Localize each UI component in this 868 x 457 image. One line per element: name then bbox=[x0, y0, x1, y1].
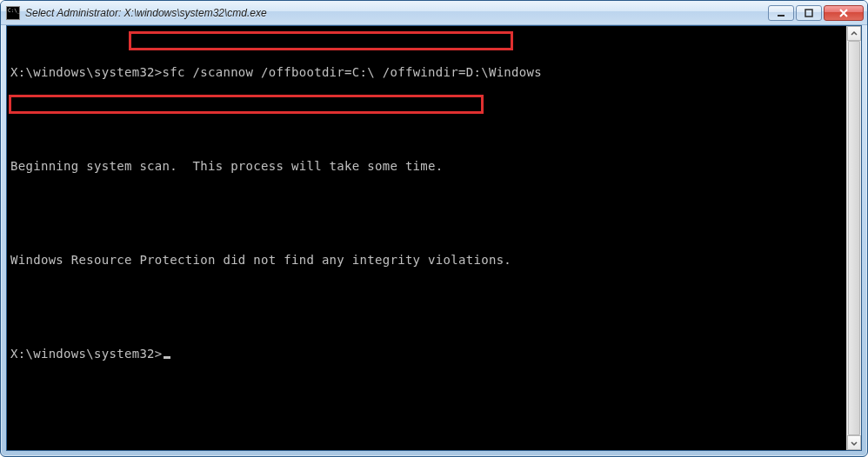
window-title: Select Administrator: X:\windows\system3… bbox=[25, 7, 768, 19]
close-icon bbox=[838, 9, 849, 17]
scan-begin-text: Beginning system scan. This process will… bbox=[10, 158, 843, 174]
client-area: X:\windows\system32>sfc /scannow /offboo… bbox=[6, 25, 862, 451]
chevron-up-icon bbox=[851, 30, 858, 37]
minimize-button[interactable] bbox=[768, 5, 794, 21]
minimize-icon bbox=[777, 9, 785, 17]
vertical-scrollbar[interactable] bbox=[846, 26, 861, 450]
maximize-button[interactable] bbox=[796, 5, 822, 21]
prompt-text: X:\windows\system32> bbox=[10, 347, 163, 361]
cursor bbox=[164, 356, 170, 359]
close-button[interactable] bbox=[824, 5, 864, 21]
prompt-text: X:\windows\system32> bbox=[10, 65, 163, 79]
typed-command: sfc /scannow /offbootdir=C:\ /offwindir=… bbox=[163, 65, 542, 79]
cmd-icon bbox=[6, 6, 20, 20]
svg-rect-1 bbox=[805, 10, 812, 17]
scroll-down-button[interactable] bbox=[847, 435, 861, 450]
scroll-track[interactable] bbox=[847, 41, 861, 435]
svg-rect-0 bbox=[778, 15, 785, 17]
chevron-down-icon bbox=[851, 440, 858, 447]
titlebar[interactable]: Select Administrator: X:\windows\system3… bbox=[1, 1, 867, 25]
scroll-up-button[interactable] bbox=[847, 26, 861, 41]
scan-result-text: Windows Resource Protection did not find… bbox=[10, 252, 843, 268]
command-highlight bbox=[129, 31, 513, 50]
console-output[interactable]: X:\windows\system32>sfc /scannow /offboo… bbox=[7, 26, 846, 450]
maximize-icon bbox=[805, 9, 813, 17]
window-controls bbox=[768, 5, 864, 21]
scroll-thumb[interactable] bbox=[848, 41, 860, 435]
cmd-window: Select Administrator: X:\windows\system3… bbox=[0, 0, 868, 457]
